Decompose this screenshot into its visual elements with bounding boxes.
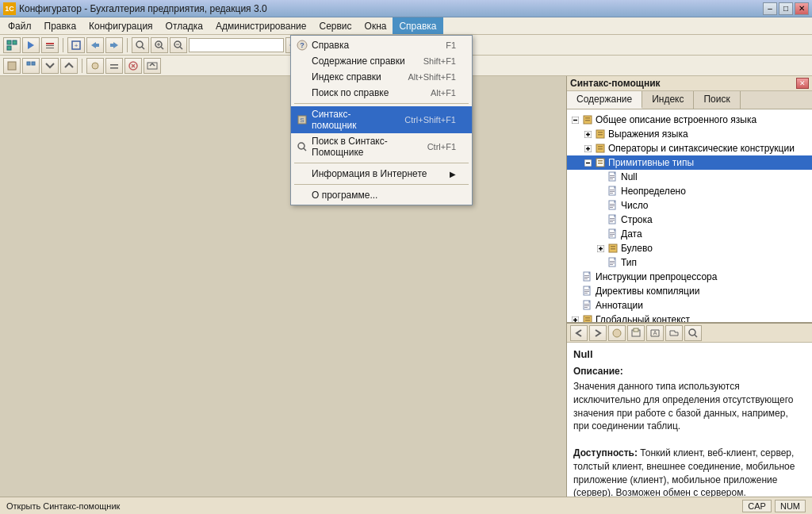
menu-item-help-label: Справка xyxy=(312,40,349,51)
menu-item-syntax-shortcut: Ctrl+Shift+F1 xyxy=(404,115,456,125)
menu-item-syntax[interactable]: S Синтакс-помощник Ctrl+Shift+F1 xyxy=(291,106,472,133)
menu-item-syntax-label: Синтакс-помощник xyxy=(312,109,389,131)
menu-item-internet[interactable]: Информация в Интернете ▶ xyxy=(291,166,472,182)
arrow-icon: ▶ xyxy=(450,170,456,178)
dropdown-menu: ? Справка F1 Содержание справки Shift+F1… xyxy=(290,35,473,205)
svg-line-140 xyxy=(304,148,306,151)
menu-item-help[interactable]: ? Справка F1 xyxy=(291,37,472,53)
menu-item-internet-label: Информация в Интернете xyxy=(312,168,427,179)
menu-sep-1 xyxy=(294,103,469,104)
menu-sep-2 xyxy=(294,163,469,163)
dropdown-overlay[interactable]: ? Справка F1 Содержание справки Shift+F1… xyxy=(0,0,812,514)
menu-item-index-shortcut: Alt+Shift+F1 xyxy=(408,72,456,82)
menu-item-help-shortcut: F1 xyxy=(446,40,456,50)
menu-item-search[interactable]: Поиск по справке Alt+F1 xyxy=(291,85,472,101)
help-icon: ? xyxy=(296,39,308,52)
svg-text:S: S xyxy=(300,117,304,124)
menu-item-search-syntax-label: Поиск в Синтакс-Помощнике xyxy=(312,136,412,158)
menu-item-index-label: Индекс справки xyxy=(312,71,381,82)
svg-text:?: ? xyxy=(300,41,304,49)
syntax-icon: S xyxy=(296,113,308,126)
menu-item-search-shortcut: Alt+F1 xyxy=(431,88,456,98)
menu-item-search-label: Поиск по справке xyxy=(312,87,389,98)
menu-item-search-syntax-shortcut: Ctrl+F1 xyxy=(427,142,456,152)
menu-item-contents[interactable]: Содержание справки Shift+F1 xyxy=(291,53,472,69)
menu-sep-3 xyxy=(294,184,469,185)
menu-item-contents-shortcut: Shift+F1 xyxy=(423,56,456,66)
menu-item-search-syntax[interactable]: Поиск в Синтакс-Помощнике Ctrl+F1 xyxy=(291,133,472,160)
svg-point-139 xyxy=(298,143,304,149)
menu-item-index[interactable]: Индекс справки Alt+Shift+F1 xyxy=(291,69,472,85)
menu-item-about[interactable]: О программе... xyxy=(291,187,472,203)
menu-item-about-label: О программе... xyxy=(312,190,377,201)
menu-item-contents-label: Содержание справки xyxy=(312,56,405,67)
search-syntax-icon xyxy=(296,140,308,153)
